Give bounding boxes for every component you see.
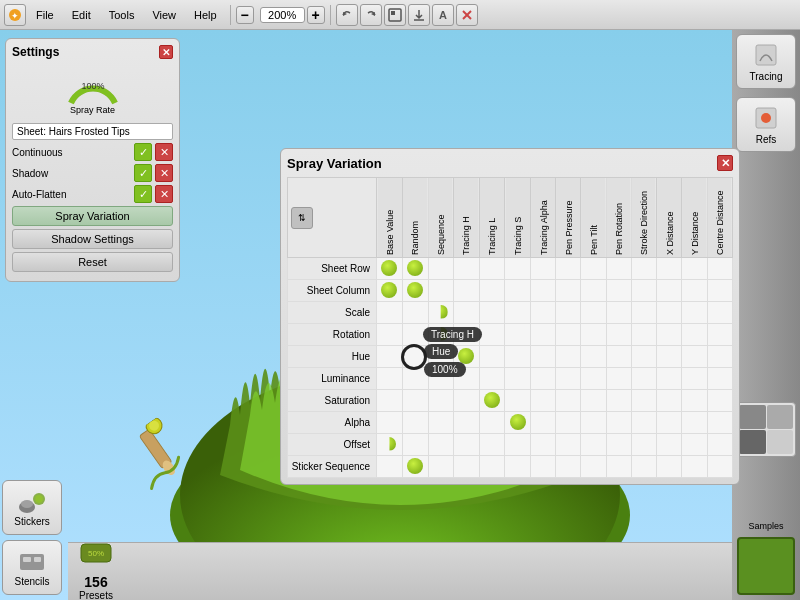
cell-6-3[interactable] <box>453 390 479 412</box>
cell-2-10[interactable] <box>631 302 656 324</box>
cell-6-4[interactable] <box>479 390 505 412</box>
cell-9-10[interactable] <box>631 456 656 478</box>
redo-button[interactable] <box>360 4 382 26</box>
cell-6-6[interactable] <box>531 390 556 412</box>
sample-darker-gray[interactable] <box>739 430 766 454</box>
cell-1-5[interactable] <box>505 280 531 302</box>
cell-3-9[interactable] <box>606 324 631 346</box>
cell-5-3[interactable] <box>453 368 479 390</box>
undo-button[interactable] <box>336 4 358 26</box>
cell-2-4[interactable] <box>479 302 505 324</box>
cell-8-11[interactable] <box>657 434 682 456</box>
cell-3-2[interactable] <box>428 324 453 346</box>
cell-2-7[interactable] <box>556 302 581 324</box>
cell-5-13[interactable] <box>707 368 732 390</box>
cell-0-6[interactable] <box>531 258 556 280</box>
cell-5-0[interactable] <box>377 368 403 390</box>
cell-8-13[interactable] <box>707 434 732 456</box>
cell-6-11[interactable] <box>657 390 682 412</box>
reset-button[interactable]: Reset <box>12 252 173 272</box>
zoom-level[interactable]: 200% <box>260 7 305 23</box>
cell-2-8[interactable] <box>581 302 606 324</box>
cell-9-11[interactable] <box>657 456 682 478</box>
cell-6-12[interactable] <box>682 390 707 412</box>
cell-3-12[interactable] <box>682 324 707 346</box>
cell-3-5[interactable] <box>505 324 531 346</box>
cell-0-10[interactable] <box>631 258 656 280</box>
cell-7-7[interactable] <box>556 412 581 434</box>
zoom-in-button[interactable]: + <box>307 6 325 24</box>
cell-4-3[interactable] <box>453 346 479 368</box>
close-app-button[interactable] <box>456 4 478 26</box>
menu-tools[interactable]: Tools <box>101 7 143 23</box>
cell-7-8[interactable] <box>581 412 606 434</box>
cell-5-7[interactable] <box>556 368 581 390</box>
cell-9-5[interactable] <box>505 456 531 478</box>
green-color-swatch[interactable] <box>737 537 795 595</box>
cell-9-1[interactable] <box>402 456 428 478</box>
cell-1-11[interactable] <box>657 280 682 302</box>
cell-2-1[interactable] <box>402 302 428 324</box>
cell-9-6[interactable] <box>531 456 556 478</box>
cell-7-1[interactable] <box>402 412 428 434</box>
cell-4-7[interactable] <box>556 346 581 368</box>
menu-file[interactable]: File <box>28 7 62 23</box>
cell-2-9[interactable] <box>606 302 631 324</box>
download-button[interactable] <box>408 4 430 26</box>
cell-0-1[interactable] <box>402 258 428 280</box>
cell-9-9[interactable] <box>606 456 631 478</box>
cell-0-11[interactable] <box>657 258 682 280</box>
cell-9-8[interactable] <box>581 456 606 478</box>
cell-9-7[interactable] <box>556 456 581 478</box>
cell-4-2[interactable] <box>428 346 453 368</box>
shadow-x[interactable]: ✕ <box>155 164 173 182</box>
arrange-button[interactable] <box>384 4 406 26</box>
cell-6-5[interactable] <box>505 390 531 412</box>
cell-1-12[interactable] <box>682 280 707 302</box>
cell-2-5[interactable] <box>505 302 531 324</box>
cell-4-8[interactable] <box>581 346 606 368</box>
cell-8-0[interactable] <box>377 434 403 456</box>
cell-5-9[interactable] <box>606 368 631 390</box>
cell-0-12[interactable] <box>682 258 707 280</box>
cell-1-7[interactable] <box>556 280 581 302</box>
cell-7-6[interactable] <box>531 412 556 434</box>
cell-1-6[interactable] <box>531 280 556 302</box>
cell-8-4[interactable] <box>479 434 505 456</box>
cell-2-3[interactable] <box>453 302 479 324</box>
cell-3-7[interactable] <box>556 324 581 346</box>
cell-8-5[interactable] <box>505 434 531 456</box>
cell-1-10[interactable] <box>631 280 656 302</box>
menu-edit[interactable]: Edit <box>64 7 99 23</box>
cell-7-10[interactable] <box>631 412 656 434</box>
cell-7-12[interactable] <box>682 412 707 434</box>
stickers-button[interactable]: Stickers <box>2 480 62 535</box>
cell-8-1[interactable] <box>402 434 428 456</box>
spray-panel-close-button[interactable]: ✕ <box>717 155 733 171</box>
cell-8-10[interactable] <box>631 434 656 456</box>
samples-grid[interactable] <box>736 402 796 457</box>
tracing-button[interactable]: Tracing <box>736 34 796 89</box>
cell-0-5[interactable] <box>505 258 531 280</box>
cell-9-3[interactable] <box>453 456 479 478</box>
cell-5-6[interactable] <box>531 368 556 390</box>
cell-5-5[interactable] <box>505 368 531 390</box>
cell-2-2[interactable] <box>428 302 453 324</box>
cell-3-10[interactable] <box>631 324 656 346</box>
cell-4-13[interactable] <box>707 346 732 368</box>
cell-7-4[interactable] <box>479 412 505 434</box>
sort-icon[interactable]: ⇅ <box>291 207 313 229</box>
cell-6-10[interactable] <box>631 390 656 412</box>
cell-7-2[interactable] <box>428 412 453 434</box>
cell-6-2[interactable] <box>428 390 453 412</box>
cell-2-0[interactable] <box>377 302 403 324</box>
cell-7-0[interactable] <box>377 412 403 434</box>
cell-2-12[interactable] <box>682 302 707 324</box>
cell-5-11[interactable] <box>657 368 682 390</box>
cell-5-10[interactable] <box>631 368 656 390</box>
spray-variation-button[interactable]: Spray Variation <box>12 206 173 226</box>
cell-3-0[interactable] <box>377 324 403 346</box>
cell-1-1[interactable] <box>402 280 428 302</box>
cell-0-9[interactable] <box>606 258 631 280</box>
cell-4-10[interactable] <box>631 346 656 368</box>
